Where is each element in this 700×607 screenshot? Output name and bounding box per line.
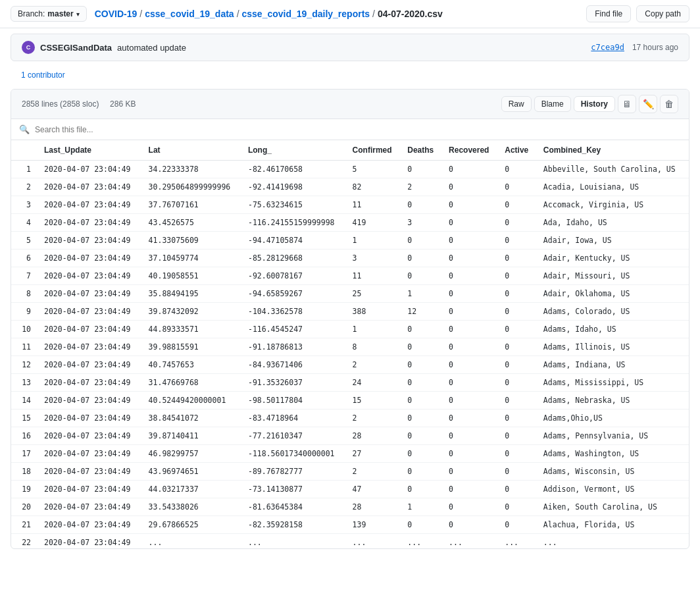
edit-icon[interactable]: ✏️: [639, 95, 657, 113]
cell-active: 0: [498, 214, 537, 232]
file-actions: Raw Blame History 🖥 ✏️ 🗑: [501, 95, 678, 113]
col-long: Long_: [241, 140, 346, 161]
row-number: 17: [11, 445, 38, 463]
cell-long: -75.63234615: [241, 196, 346, 214]
contributor-link[interactable]: 1 contributor: [21, 70, 65, 80]
cell-active: 0: [498, 196, 537, 214]
search-input[interactable]: [35, 125, 681, 134]
cell-lat: 33.54338026: [142, 498, 241, 516]
table-row: 21 2020-04-07 23:04:49 29.67866525 -82.3…: [11, 516, 689, 534]
cell-confirmed: 1: [346, 232, 401, 250]
cell-active: 0: [498, 498, 537, 516]
cell-recovered: 0: [442, 232, 498, 250]
row-number: 18: [11, 463, 38, 481]
row-number: 3: [11, 196, 38, 214]
cell-long: -73.14130877: [241, 481, 346, 498]
breadcrumb-csse-data[interactable]: csse_covid_19_data: [145, 9, 234, 19]
col-deaths: Deaths: [401, 140, 442, 161]
cell-combined-key: Addison, Vermont, US: [537, 481, 689, 498]
col-lat: Lat: [142, 140, 241, 161]
row-number: 11: [11, 338, 38, 356]
cell-last-update: 2020-04-07 23:04:49: [38, 196, 142, 214]
cell-last-update: 2020-04-07 23:04:49: [38, 250, 142, 267]
row-number: 1: [11, 161, 38, 178]
cell-long: -118.56017340000001: [241, 445, 346, 463]
commit-user[interactable]: CSSEGISandData: [40, 43, 112, 53]
cell-deaths: 0: [401, 463, 442, 481]
cell-combined-key: Adair, Kentucky, US: [537, 250, 689, 267]
col-rownum: [11, 140, 38, 161]
cell-lat: ...: [142, 534, 241, 549]
cell-last-update: 2020-04-07 23:04:49: [38, 516, 142, 534]
top-bar: Branch: master ▾ COVID-19 / csse_covid_1…: [0, 0, 700, 28]
cell-deaths: 0: [401, 392, 442, 409]
cell-recovered: 0: [442, 338, 498, 356]
cell-long: -104.3362578: [241, 303, 346, 321]
cell-combined-key: Adair, Missouri, US: [537, 267, 689, 285]
commit-sha[interactable]: c7cea9d: [591, 43, 624, 52]
cell-active: 0: [498, 303, 537, 321]
cell-combined-key: Accomack, Virginia, US: [537, 196, 689, 214]
cell-last-update: 2020-04-07 23:04:49: [38, 498, 142, 516]
history-button[interactable]: History: [574, 96, 615, 112]
branch-name: master: [47, 9, 73, 18]
delete-icon[interactable]: 🗑: [660, 95, 678, 113]
cell-recovered: 0: [442, 498, 498, 516]
cell-last-update: 2020-04-07 23:04:49: [38, 427, 142, 445]
cell-confirmed: 2: [346, 463, 401, 481]
breadcrumb-sep-1: /: [139, 9, 142, 19]
cell-active: 0: [498, 427, 537, 445]
table-row: 12 2020-04-07 23:04:49 40.7457653 -84.93…: [11, 356, 689, 374]
cell-combined-key: Adams,Ohio,US: [537, 409, 689, 427]
cell-long: -92.41419698: [241, 178, 346, 196]
cell-deaths: 12: [401, 303, 442, 321]
cell-confirmed: 11: [346, 267, 401, 285]
cell-last-update: 2020-04-07 23:04:49: [38, 285, 142, 303]
table-row: 5 2020-04-07 23:04:49 41.33075609 -94.47…: [11, 232, 689, 250]
cell-confirmed: 1: [346, 321, 401, 338]
cell-active: 0: [498, 374, 537, 392]
row-number: 2: [11, 178, 38, 196]
cell-combined-key: Adair, Iowa, US: [537, 232, 689, 250]
cell-active: 0: [498, 392, 537, 409]
avatar: C: [22, 41, 35, 54]
cell-confirmed: 25: [346, 285, 401, 303]
copy-path-button[interactable]: Copy path: [636, 5, 689, 22]
table-container: Last_Update Lat Long_ Confirmed Deaths R…: [11, 140, 689, 548]
branch-button[interactable]: Branch: master ▾: [11, 6, 87, 22]
raw-button[interactable]: Raw: [501, 96, 532, 112]
cell-combined-key: Adams, Washington, US: [537, 445, 689, 463]
cell-recovered: 0: [442, 250, 498, 267]
cell-confirmed: 11: [346, 196, 401, 214]
find-file-button[interactable]: Find file: [586, 5, 631, 22]
cell-combined-key: ...: [537, 534, 689, 549]
cell-lat: 46.98299757: [142, 445, 241, 463]
display-icon[interactable]: 🖥: [618, 95, 636, 113]
file-info: 2858 lines (2858 sloc) 286 KB: [22, 99, 136, 109]
table-row: 3 2020-04-07 23:04:49 37.76707161 -75.63…: [11, 196, 689, 214]
cell-confirmed: 27: [346, 445, 401, 463]
cell-confirmed: 419: [346, 214, 401, 232]
cell-confirmed: 388: [346, 303, 401, 321]
breadcrumb-covid19[interactable]: COVID-19: [95, 9, 138, 19]
breadcrumb-filename: 04-07-2020.csv: [378, 9, 443, 19]
table-row: 13 2020-04-07 23:04:49 31.47669768 -91.3…: [11, 374, 689, 392]
cell-deaths: 2: [401, 178, 442, 196]
breadcrumb-daily-reports[interactable]: csse_covid_19_daily_reports: [242, 9, 370, 19]
cell-active: 0: [498, 516, 537, 534]
cell-recovered: 0: [442, 161, 498, 178]
table-row: 10 2020-04-07 23:04:49 44.89333571 -116.…: [11, 321, 689, 338]
cell-recovered: 0: [442, 463, 498, 481]
col-last-update: Last_Update: [38, 140, 142, 161]
cell-last-update: 2020-04-07 23:04:49: [38, 445, 142, 463]
cell-active: 0: [498, 409, 537, 427]
cell-lat: 44.03217337: [142, 481, 241, 498]
blame-button[interactable]: Blame: [534, 96, 571, 112]
cell-combined-key: Adams, Idaho, US: [537, 321, 689, 338]
cell-long: -98.50117804: [241, 392, 346, 409]
col-recovered: Recovered: [442, 140, 498, 161]
cell-deaths: 0: [401, 161, 442, 178]
search-bar: 🔍: [11, 119, 689, 140]
cell-lat: 31.47669768: [142, 374, 241, 392]
cell-long: -116.4545247: [241, 321, 346, 338]
